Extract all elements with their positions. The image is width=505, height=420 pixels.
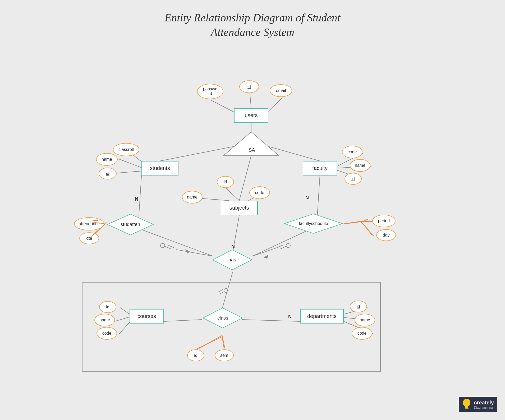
attr-users-email: email <box>270 84 292 97</box>
attr-faculty-id: id <box>345 173 362 185</box>
attr-studatten-attendance: attendance <box>74 217 104 230</box>
svg-line-7 <box>118 159 141 168</box>
attr-facultyschedule-period: period <box>372 215 396 227</box>
entity-users: users <box>234 108 268 123</box>
main-container: Entity Relationship Diagram of Student A… <box>0 0 505 420</box>
diagram-title: Entity Relationship Diagram of Student A… <box>165 11 341 39</box>
svg-line-29 <box>165 246 171 249</box>
svg-text:ISA: ISA <box>247 147 255 153</box>
attr-studatten-dte: dte <box>79 232 99 244</box>
relationship-studatten: studatten <box>107 213 154 236</box>
entity-students: students <box>141 161 178 176</box>
svg-text:N: N <box>135 196 138 202</box>
svg-line-1 <box>211 100 234 112</box>
relationship-isa: ISA <box>222 131 280 157</box>
relationship-facultyschedule: facultyschedule <box>284 213 343 234</box>
svg-line-17 <box>317 176 320 216</box>
svg-line-33 <box>277 245 283 248</box>
attr-students-name: name <box>96 153 118 166</box>
attr-subjects-code: code <box>249 186 270 199</box>
svg-line-2 <box>268 98 282 112</box>
attr-subjects-id: id <box>217 176 234 188</box>
subgroup-box <box>82 282 381 372</box>
attr-faculty-name: name <box>350 159 370 172</box>
relationship-has: has <box>212 249 253 271</box>
diagram-area: N N N N N users students faculty subject… <box>41 47 464 404</box>
attr-students-classroll: classroll <box>113 143 139 156</box>
entity-subjects: subjects <box>221 201 258 215</box>
entity-faculty: faculty <box>303 161 337 176</box>
svg-line-32 <box>280 246 286 249</box>
svg-point-31 <box>286 243 290 248</box>
svg-line-22 <box>345 222 361 224</box>
attr-subjects-name: name <box>182 191 203 204</box>
svg-text:N: N <box>231 244 235 249</box>
svg-line-16 <box>139 176 141 216</box>
svg-line-24 <box>361 222 374 236</box>
attr-facultyschedule-day: day <box>376 229 396 241</box>
svg-line-34 <box>252 248 277 256</box>
svg-point-28 <box>160 243 165 248</box>
svg-line-30 <box>168 245 174 248</box>
creately-logo: creately Diagramming <box>459 397 497 412</box>
svg-line-0 <box>250 93 251 108</box>
svg-line-13 <box>226 188 239 201</box>
attr-faculty-code: code <box>342 146 362 158</box>
attr-users-id: id <box>239 80 259 93</box>
attr-students-id: id <box>99 168 117 179</box>
attr-users-password: password <box>197 84 223 99</box>
svg-text:N: N <box>305 195 309 200</box>
